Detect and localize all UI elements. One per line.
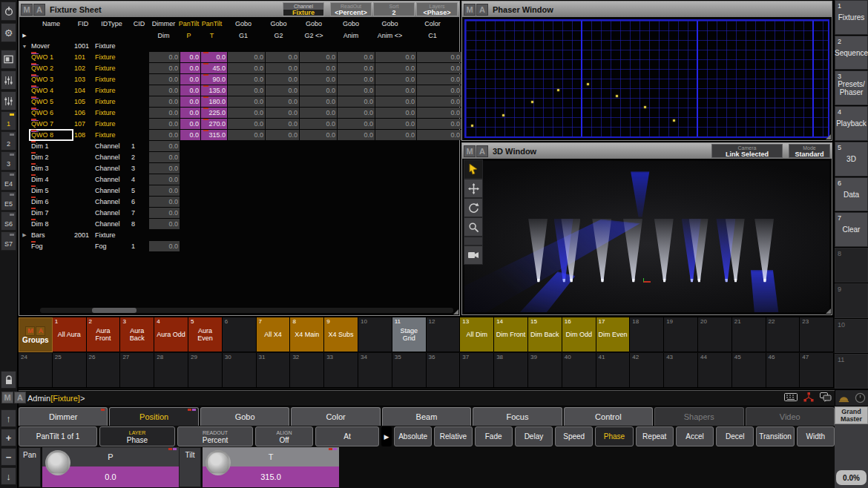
idtype-cell[interactable]: Fixture: [93, 96, 130, 107]
tilt-value-cell[interactable]: 315.0: [201, 130, 227, 140]
phaser-step-dot[interactable]: [673, 119, 675, 122]
color1-value-cell[interactable]: [417, 197, 461, 207]
row-expand-arrow[interactable]: [19, 152, 30, 162]
idtype-cell[interactable]: Fixture: [93, 63, 130, 73]
anim-value-cell[interactable]: 0.0: [338, 85, 375, 96]
dimmer-value-cell[interactable]: 0.0: [149, 174, 180, 185]
fixture-name-cell[interactable]: Dim 6: [30, 197, 73, 207]
gobo2-shake-value-cell[interactable]: [300, 152, 337, 162]
column-header[interactable]: FID: [73, 18, 93, 30]
color1-value-cell[interactable]: 0.0: [417, 119, 461, 129]
group-pool-button[interactable]: 8 X4 Main: [290, 317, 324, 352]
anim-value-cell[interactable]: [338, 219, 375, 229]
pan-value-cell[interactable]: 0.0: [180, 96, 200, 107]
gobo2-value-cell[interactable]: 0.0: [266, 52, 299, 62]
window-resize-handle[interactable]: [826, 134, 831, 139]
group-pool-button[interactable]: 23: [800, 317, 834, 352]
phaser-step-dot[interactable]: [587, 83, 589, 85]
dimmer-value-cell[interactable]: 0.0: [149, 85, 180, 96]
tilt-value-cell[interactable]: [201, 174, 227, 185]
phaser-grid-area[interactable]: [464, 19, 829, 138]
fixture-row[interactable]: QWO 6 106 Fixture 0.0 0.0 225.0 0.0 0.0 …: [19, 108, 459, 118]
group-pool-button-empty[interactable]: 47: [800, 353, 834, 388]
dimmer-value-cell[interactable]: 0.0: [149, 119, 180, 129]
gobo1-value-cell[interactable]: 0.0: [228, 119, 265, 129]
color1-value-cell[interactable]: 0.0: [417, 63, 461, 73]
group-pool-button-empty[interactable]: 27: [120, 353, 154, 388]
group-pool-button-empty[interactable]: 46: [766, 353, 800, 388]
fixture-row[interactable]: Dim 6 Channel 6 0.0: [19, 197, 459, 207]
encoder-knob[interactable]: [206, 450, 231, 475]
group-pool-button-empty[interactable]: 44: [698, 353, 732, 388]
pan-value-cell[interactable]: 0.0: [180, 85, 200, 96]
fixture-row[interactable]: Dim 2 Channel 2 0.0: [19, 152, 459, 162]
tilt-value-cell[interactable]: [201, 141, 227, 151]
group-pool-button-empty[interactable]: 38: [494, 353, 528, 388]
encoder-function-button[interactable]: Decel: [716, 426, 754, 446]
dimmer-value-cell[interactable]: 0.0: [149, 219, 180, 229]
gobo2-value-cell[interactable]: [266, 197, 299, 207]
tilt-value-cell[interactable]: 0.0: [201, 52, 227, 62]
color1-value-cell[interactable]: 0.0: [417, 52, 461, 62]
anim-shake-value-cell[interactable]: 0.0: [375, 63, 416, 73]
tilt-value-cell[interactable]: 270.0: [201, 119, 227, 129]
fixture-name-cell[interactable]: Dim 1: [30, 141, 73, 151]
group-pool-button[interactable]: 11 Stage Grid: [392, 317, 427, 352]
cid-cell[interactable]: [130, 52, 148, 62]
view-page-button[interactable]: E5: [1, 191, 16, 211]
column-header[interactable]: IDType: [93, 18, 130, 30]
group-pool-button[interactable]: 16 Dim Odd: [562, 317, 596, 352]
row-expand-arrow[interactable]: [19, 163, 30, 174]
fid-cell[interactable]: 105: [73, 96, 93, 107]
column-subheader[interactable]: G1: [225, 30, 262, 40]
anim-shake-value-cell[interactable]: [375, 197, 416, 207]
attribute-encoder[interactable]: P 0.0: [42, 447, 179, 487]
cid-cell[interactable]: [130, 230, 148, 240]
idtype-cell[interactable]: Channel: [93, 141, 130, 151]
column-header[interactable]: Gobo: [295, 18, 332, 30]
dimmer-value-cell[interactable]: 0.0: [149, 208, 180, 218]
fixture-name-cell[interactable]: QWO 5: [30, 96, 73, 107]
pan-value-cell[interactable]: 0.0: [180, 119, 200, 129]
pan-value-cell[interactable]: [180, 141, 200, 151]
fixture-name-cell[interactable]: Mover: [30, 41, 73, 51]
column-header[interactable]: [19, 18, 30, 30]
view-button[interactable]: 11: [835, 354, 868, 389]
encoder-function-button[interactable]: Fade: [475, 426, 513, 446]
fixture-row[interactable]: Dim 3 Channel 3 0.0: [19, 163, 459, 174]
encoder-function-button[interactable]: At: [315, 426, 379, 446]
phaser-titlebar[interactable]: MA Phaser Window: [462, 1, 832, 17]
pan-value-cell[interactable]: [180, 208, 200, 218]
row-expand-arrow[interactable]: [19, 208, 30, 218]
fixture-row[interactable]: Dim 7 Channel 7 0.0: [19, 208, 459, 218]
pool-header-cell[interactable]: MA Groups: [19, 317, 53, 352]
gobo2-shake-value-cell[interactable]: 0.0: [300, 85, 337, 96]
attribute-encoder[interactable]: T 315.0: [203, 447, 339, 487]
column-subheader[interactable]: ▶: [19, 30, 30, 40]
row-expand-arrow[interactable]: [19, 108, 30, 118]
cid-cell[interactable]: [130, 85, 148, 96]
encoder-function-button[interactable]: Relative: [434, 426, 472, 446]
idtype-cell[interactable]: Fixture: [93, 41, 130, 51]
fid-cell[interactable]: 103: [73, 74, 93, 85]
cid-cell[interactable]: 6: [130, 197, 148, 207]
anim-shake-value-cell[interactable]: 0.0: [375, 96, 416, 107]
view-button[interactable]: 8: [835, 248, 868, 283]
column-header[interactable]: PanTilt: [179, 18, 199, 30]
dimmer-value-cell[interactable]: 0.0: [149, 108, 180, 118]
gobo1-value-cell[interactable]: 0.0: [228, 85, 265, 96]
view-button[interactable]: 3 Presets/ Phaser: [835, 70, 868, 105]
fixture-row[interactable]: Dim 4 Channel 4 0.0: [19, 174, 459, 185]
idtype-cell[interactable]: Channel: [93, 152, 130, 162]
dimmer-value-cell[interactable]: 0.0: [149, 197, 180, 207]
pan-value-cell[interactable]: [180, 197, 200, 207]
group-pool-button[interactable]: 20: [698, 317, 732, 352]
group-pool-button[interactable]: 22: [766, 317, 800, 352]
feature-group-tab[interactable]: Dimmer: [19, 407, 108, 426]
row-expand-arrow[interactable]: [19, 119, 30, 129]
group-pool-button-empty[interactable]: 32: [290, 353, 324, 388]
gobo1-value-cell[interactable]: [228, 241, 265, 251]
color1-value-cell[interactable]: 0.0: [417, 96, 461, 107]
sheet-mode-button[interactable]: Channel Fixture: [283, 2, 324, 16]
row-expand-arrow[interactable]: [19, 130, 30, 140]
